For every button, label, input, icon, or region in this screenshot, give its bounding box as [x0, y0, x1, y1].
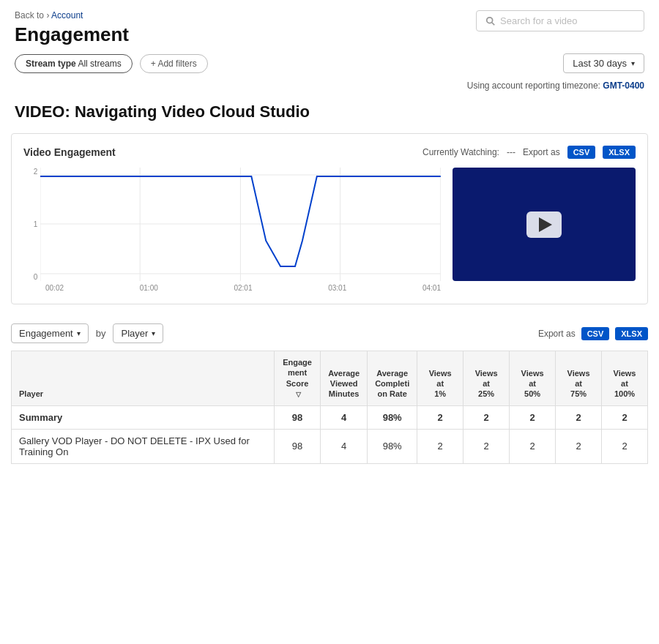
- export-csv-button[interactable]: CSV: [567, 146, 596, 159]
- col-header-views-25: Views at25%: [463, 351, 510, 406]
- row-views-50: 2: [510, 429, 556, 463]
- stream-type-label: Stream type: [26, 59, 76, 69]
- row-engagement: 98: [274, 429, 320, 463]
- row-avg-minutes: 4: [321, 429, 368, 463]
- chart-header: Video Engagement Currently Watching: ---…: [23, 146, 636, 159]
- table-dropdowns: Engagement ▾ by Player ▾: [11, 323, 163, 343]
- summary-views-75: 2: [556, 405, 602, 429]
- summary-views-50: 2: [510, 405, 556, 429]
- table-export-xlsx-button[interactable]: XLSX: [615, 327, 648, 340]
- timezone-bar: Using account reporting timezone: GMT-04…: [0, 80, 659, 97]
- summary-engagement: 98: [274, 405, 320, 429]
- col-header-engagement: EngagementScore ▽: [274, 351, 320, 406]
- table-export: Export as CSV XLSX: [538, 327, 648, 340]
- add-filter-button[interactable]: + Add filters: [140, 54, 208, 73]
- summary-player: Summary: [12, 405, 275, 429]
- x-label-2: 02:01: [234, 284, 252, 292]
- row-views-100: 2: [602, 429, 648, 463]
- row-views-1: 2: [417, 429, 463, 463]
- back-label: Back to: [15, 10, 44, 20]
- chevron-down-icon: ▾: [631, 59, 635, 67]
- stream-type-value: All streams: [78, 59, 121, 69]
- col-header-views-75: Views at75%: [556, 351, 602, 406]
- add-filter-label: + Add filters: [151, 59, 197, 69]
- currently-watching-label: Currently Watching:: [422, 147, 499, 157]
- y-label-0: 0: [23, 273, 37, 281]
- stream-type-button[interactable]: Stream type All streams: [15, 54, 133, 73]
- chart-graph: 2 1 0: [23, 168, 441, 292]
- filter-bar: Stream type All streams + Add filters La…: [0, 53, 659, 80]
- engagement-chevron-icon: ▾: [77, 329, 81, 337]
- y-axis: 2 1 0: [23, 168, 40, 281]
- chart-body: 2 1 0: [23, 168, 636, 292]
- search-icon: [485, 16, 496, 26]
- video-thumbnail[interactable]: [453, 168, 636, 281]
- export-xlsx-button[interactable]: XLSX: [603, 146, 636, 159]
- table-export-csv-button[interactable]: CSV: [581, 327, 610, 340]
- chart-actions: Currently Watching: --- Export as CSV XL…: [422, 146, 636, 159]
- col-header-views-100: Views at100%: [602, 351, 648, 406]
- date-range-value: Last 30 days: [573, 58, 627, 69]
- svg-point-0: [487, 17, 493, 23]
- col-header-player: Player: [12, 351, 275, 406]
- summary-views-100: 2: [602, 405, 648, 429]
- x-label-3: 03:01: [328, 284, 346, 292]
- sort-icon: ▽: [296, 391, 301, 400]
- top-bar: Back to › Account Engagement Search for …: [0, 0, 659, 53]
- row-views-75: 2: [556, 429, 602, 463]
- x-axis-labels: 00:02 01:00 02:01 03:01 04:01: [23, 281, 441, 292]
- by-label: by: [96, 328, 106, 339]
- svg-line-1: [492, 22, 495, 25]
- row-player: Gallery VOD Player - DO NOT DELETE - IPX…: [12, 429, 275, 463]
- summary-row: Summary 98 4 98% 2 2 2 2 2: [12, 405, 648, 429]
- timezone-prefix: Using account reporting timezone:: [467, 80, 600, 91]
- x-label-0: 00:02: [45, 284, 64, 292]
- y-label-1: 1: [23, 220, 37, 228]
- summary-avg-minutes: 4: [321, 405, 368, 429]
- breadcrumb: Back to › Account: [15, 10, 129, 20]
- filter-left: Stream type All streams + Add filters: [15, 54, 208, 73]
- player-label: Player: [121, 328, 148, 339]
- row-completion: 98%: [368, 429, 417, 463]
- summary-completion: 98%: [368, 405, 417, 429]
- col-header-views-50: Views at50%: [510, 351, 556, 406]
- player-dropdown[interactable]: Player ▾: [113, 323, 163, 343]
- currently-watching-value: ---: [507, 147, 515, 157]
- breadcrumb-link[interactable]: Account: [51, 10, 83, 20]
- col-header-views-1: Views at1%: [417, 351, 463, 406]
- x-label-1: 01:00: [140, 284, 158, 292]
- engagement-label: Engagement: [19, 328, 73, 339]
- title-area: Back to › Account Engagement: [15, 10, 129, 46]
- y-label-2: 2: [23, 168, 37, 176]
- table-export-label: Export as: [538, 329, 576, 339]
- col-header-avg-viewed: AverageViewedMinutes: [321, 351, 368, 406]
- x-label-4: 04:01: [422, 284, 441, 292]
- summary-views-25: 2: [463, 405, 510, 429]
- engagement-dropdown[interactable]: Engagement ▾: [11, 323, 89, 343]
- date-range-selector[interactable]: Last 30 days ▾: [563, 53, 644, 73]
- chart-section: Video Engagement Currently Watching: ---…: [11, 133, 648, 304]
- table-controls: Engagement ▾ by Player ▾ Export as CSV X…: [11, 316, 648, 351]
- video-title: VIDEO: Navigating Video Cloud Studio: [0, 97, 659, 133]
- page-title: Engagement: [15, 23, 129, 46]
- play-button[interactable]: [526, 211, 562, 238]
- row-views-25: 2: [463, 429, 510, 463]
- data-table: Player EngagementScore ▽ AverageViewedMi…: [11, 351, 648, 464]
- chart-title: Video Engagement: [23, 146, 116, 158]
- summary-views-1: 2: [417, 405, 463, 429]
- play-icon: [539, 217, 552, 232]
- table-header-row: Player EngagementScore ▽ AverageViewedMi…: [12, 351, 648, 406]
- player-chevron-icon: ▾: [152, 329, 155, 337]
- engagement-line-chart: [40, 168, 441, 281]
- export-label: Export as: [523, 147, 560, 157]
- col-header-avg-completion: AverageCompletion Rate: [368, 351, 417, 406]
- search-box[interactable]: Search for a video: [476, 10, 644, 31]
- timezone-link[interactable]: GMT-0400: [603, 80, 644, 91]
- table-row: Gallery VOD Player - DO NOT DELETE - IPX…: [12, 429, 648, 463]
- search-placeholder: Search for a video: [500, 15, 578, 26]
